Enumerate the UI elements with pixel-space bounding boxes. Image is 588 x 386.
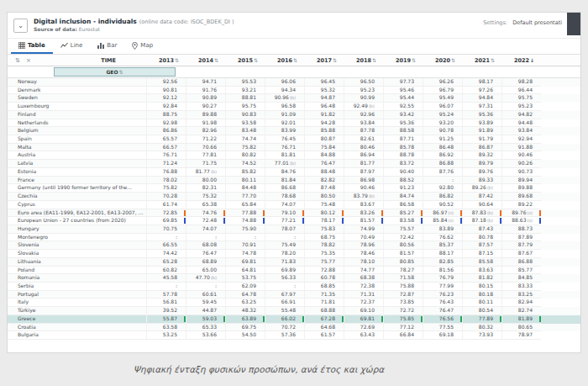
sort-desc-icon[interactable]: ↓ — [530, 57, 534, 63]
data-cell: 81.57 — [344, 217, 383, 225]
data-cell: 74.78 — [225, 250, 265, 258]
data-cell: 85.84(s) — [423, 217, 462, 225]
data-cell: 88.17 — [423, 250, 462, 258]
sort-icon[interactable]: ⇅ — [214, 57, 218, 63]
data-cell: 91.82 — [304, 111, 344, 119]
data-cell: 97.73 — [383, 78, 423, 87]
source-label: Source of data: — [34, 26, 77, 32]
data-cell: 96.48 — [304, 103, 344, 111]
data-cell: 87.67 — [501, 250, 541, 258]
row-label: Austria — [8, 151, 146, 160]
sort-icon[interactable]: ⇅ — [412, 57, 416, 63]
data-cell: 77.21 — [265, 217, 304, 225]
data-cell: 92.96 — [344, 111, 383, 119]
close-icon[interactable]: × — [26, 57, 31, 64]
table-row: Netherlands92.9891.9893.5892.0194.2893.8… — [8, 119, 580, 128]
sort-icon[interactable]: ⇅ — [254, 57, 258, 63]
data-cell: 86.82 — [423, 193, 462, 201]
data-cell: 76.43 — [423, 299, 462, 307]
row-label: Latvia — [8, 160, 146, 168]
data-cell: 98.28 — [501, 78, 541, 87]
data-cell: 80.46 — [344, 144, 383, 152]
year-column-header[interactable]: 2018⇅ — [344, 57, 383, 64]
data-cell: 91.79 — [462, 135, 501, 144]
row-label: Türkiye — [8, 307, 146, 315]
value-flag: (b) — [369, 193, 375, 198]
geo-label: GEO — [106, 69, 118, 75]
data-cell: 63.89 — [225, 315, 265, 324]
data-cell: 80.00 — [186, 177, 225, 185]
row-label: Romania — [8, 274, 146, 283]
year-column-header[interactable]: 2022↓ — [501, 57, 541, 64]
row-label: Germany (until 1990 former territory of … — [8, 184, 146, 193]
sort-icon[interactable]: ⇅ — [333, 57, 337, 63]
year-column-header[interactable]: 2015⇅ — [225, 57, 265, 64]
data-cell: 88.48 — [304, 168, 344, 177]
table-header-row: ⇅ × TIME 2013⇅2014⇅2015⇅2016⇅2017⇅2018⇅2… — [8, 55, 580, 66]
sort-icon[interactable]: ⇅ — [372, 57, 376, 63]
data-cell: 68.08 — [186, 241, 225, 250]
year-column-header[interactable]: 2016⇅ — [265, 57, 304, 64]
sort-icon[interactable]: ⇅ — [293, 57, 297, 63]
table-row: Cyprus61.7465.3865.8474.0775.4883.6786.5… — [8, 201, 580, 209]
data-cell: 88.63(s) — [501, 217, 541, 225]
year-column-header[interactable]: 2021⇅ — [462, 57, 501, 64]
data-cell: 78.02 — [146, 177, 186, 185]
year-column-header[interactable]: 2020⇅ — [423, 57, 462, 64]
row-label: Cyprus — [8, 201, 146, 209]
data-cell: 78.96 — [344, 241, 383, 250]
row-label: Estonia — [8, 168, 146, 177]
table-row: Greece55.8759.0363.8966.0267.2869.8175.8… — [8, 315, 580, 324]
data-cell: : — [186, 283, 225, 291]
year-column-header[interactable]: 2017⇅ — [304, 57, 344, 64]
sort-icon[interactable]: ⇅ — [491, 57, 495, 63]
row-label: Serbia — [8, 283, 146, 291]
data-cell: 53.75 — [225, 274, 265, 283]
data-cell: 76.71 — [265, 144, 304, 152]
table-row: Norway92.5694.7195.5396.0696.4596.5097.7… — [8, 78, 580, 87]
row-label: Netherlands — [8, 119, 146, 128]
geo-sort-icon[interactable]: ⇅ — [119, 69, 123, 75]
year-column-header[interactable]: 2019⇅ — [383, 57, 423, 64]
data-cell: 60.78 — [304, 274, 344, 283]
table-row: Belgium86.8682.9683.4883.9985.8887.7888.… — [8, 127, 580, 135]
data-cell: 48.32 — [225, 307, 265, 315]
collapse-button[interactable]: ⌄ — [13, 19, 28, 33]
data-cell: 86.88 — [501, 258, 541, 267]
data-cell: 84.76 — [265, 168, 304, 177]
data-cell: 75.84 — [304, 144, 344, 152]
sort-icon[interactable]: ⇅ — [175, 57, 179, 63]
data-cell: 74.76 — [186, 209, 225, 218]
data-cell: 76.79 — [423, 274, 462, 283]
data-cell: 88.78 — [383, 151, 423, 160]
data-cell: 68.75 — [304, 234, 344, 242]
tab-table[interactable]: Table — [11, 39, 53, 54]
year-column-header[interactable]: 2013⇅ — [146, 57, 186, 64]
data-cell: 81.56 — [423, 267, 462, 275]
data-cell: 91.88 — [501, 144, 541, 152]
bar-chart-icon — [97, 42, 104, 49]
data-cell: 81.89 — [501, 315, 541, 324]
swap-axes-icon[interactable]: ⇅ — [15, 57, 20, 64]
data-cell: 72.87 — [383, 291, 423, 299]
row-label: Bulgaria — [8, 331, 146, 340]
table-row: Croatia63.5865.3369.7570.7264.6872.6977.… — [8, 324, 580, 332]
table-row: Italy56.8159.4563.2566.9171.8172.3773.85… — [8, 299, 580, 307]
data-cell: 96.06 — [265, 78, 304, 87]
geo-dimension-button[interactable]: GEO ⇅ — [54, 67, 176, 77]
tab-line[interactable]: Line — [53, 39, 91, 54]
settings-dropdown[interactable]: Default presentati — [512, 19, 562, 26]
data-cell: 63.43 — [344, 331, 383, 340]
year-column-header[interactable]: 2014⇅ — [186, 57, 225, 64]
dataset-title: Digital inclusion - individuals — [34, 18, 137, 25]
data-cell: 78.27 — [383, 267, 423, 275]
tab-bar[interactable]: Bar — [90, 39, 124, 54]
data-cell: 74.74 — [225, 135, 265, 144]
row-label: Euro area (EA11-1999, EA12-2001, EA13-20… — [8, 209, 146, 218]
dataset-card: ⌄ Digital inclusion - individuals(online… — [7, 12, 581, 353]
figure-caption: Ψηφιακή ένταξη φυσικών προσώπων, ανά έτο… — [7, 364, 511, 374]
sort-icon[interactable]: ⇅ — [451, 57, 455, 63]
tab-map[interactable]: Map — [124, 39, 160, 54]
data-cell: 53.25 — [146, 331, 186, 340]
data-cell: 83.72 — [383, 160, 423, 168]
